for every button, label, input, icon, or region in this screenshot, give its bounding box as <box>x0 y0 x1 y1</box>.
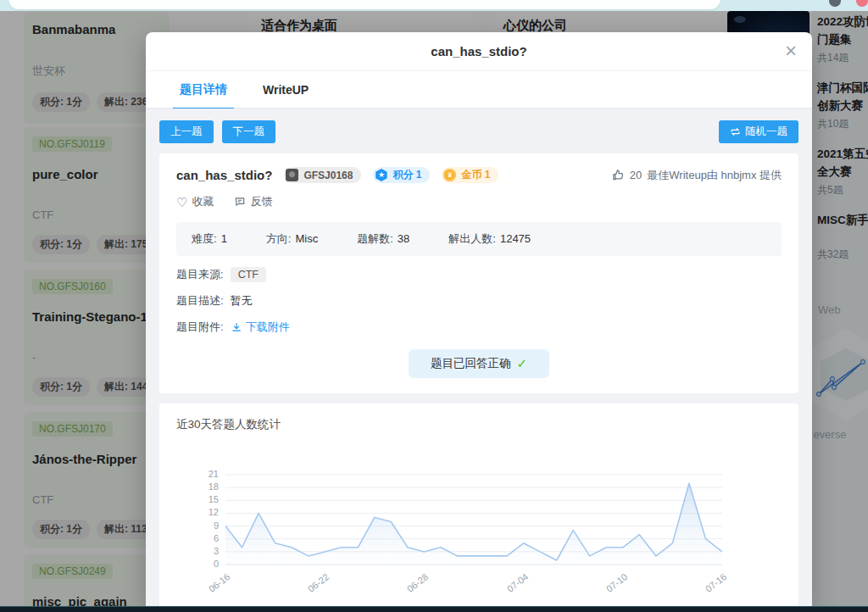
stat-solvers: 解出人数:12475 <box>448 231 531 247</box>
modal-content: 上一题 下一题 随机一题 can_has_stdio? GFSJ0168 <box>146 108 812 612</box>
likes-count: 20 <box>630 169 642 181</box>
feedback-bubble-icon <box>234 196 246 208</box>
chart-title: 近30天答题人数统计 <box>176 417 782 432</box>
challenge-detail-card: can_has_stdio? GFSJ0168 积分 1 金币 1 <box>159 153 798 393</box>
y-axis-tick: 0 <box>183 559 219 569</box>
next-question-button[interactable]: 下一题 <box>222 120 276 143</box>
y-axis-tick: 18 <box>183 481 219 492</box>
coin-icon <box>443 169 456 181</box>
browser-avatar-icon[interactable] <box>856 0 868 7</box>
description-row: 题目描述: 暂无 <box>176 293 782 309</box>
x-axis-tick: 06-28 <box>395 571 431 603</box>
challenge-actions-row: ♡ 收藏 反馈 <box>176 194 782 209</box>
feedback-button[interactable]: 反馈 <box>234 194 272 209</box>
y-axis-tick: 21 <box>183 469 219 479</box>
download-attachment-link[interactable]: 下载附件 <box>231 320 290 335</box>
source-label: 题目来源: <box>176 267 224 282</box>
x-axis-tick: 07-16 <box>693 571 728 603</box>
challenge-name: can_has_stdio? <box>176 168 272 182</box>
x-axis-tick: 07-10 <box>593 571 629 603</box>
challenge-header-row: can_has_stdio? GFSJ0168 积分 1 金币 1 <box>176 167 782 183</box>
description-label: 题目描述: <box>176 293 224 309</box>
prev-question-button[interactable]: 上一题 <box>159 120 214 143</box>
favorite-button[interactable]: ♡ 收藏 <box>176 194 214 209</box>
description-value: 暂无 <box>231 293 253 309</box>
screen: Banmabanma 世安杯 积分: 1分解出: 236 NO.GFSJ0119… <box>0 0 868 612</box>
attachment-label: 题目附件: <box>176 320 224 335</box>
score-badge: 积分 1 <box>373 167 430 183</box>
close-icon[interactable]: × <box>785 39 797 63</box>
question-nav-row: 上一题 下一题 随机一题 <box>159 120 798 143</box>
stat-writeups: 题解数:38 <box>357 231 409 247</box>
tab-writeup[interactable]: WriteUP <box>263 71 309 108</box>
browser-extension-icon[interactable] <box>829 0 841 7</box>
stat-difficulty: 难度:1 <box>192 231 227 247</box>
modal-tab-bar: 题目详情 WriteUP <box>146 71 812 108</box>
bottom-bar <box>0 606 868 612</box>
browser-topbar <box>0 0 868 11</box>
y-axis-tick: 15 <box>183 494 219 504</box>
emblem-icon <box>286 169 298 181</box>
heart-icon: ♡ <box>176 197 187 208</box>
attachment-row: 题目附件: 下载附件 <box>176 320 782 335</box>
y-axis-tick: 3 <box>183 546 219 556</box>
thumbs-up-icon[interactable] <box>612 169 625 181</box>
challenge-stats-bar: 难度:1 方向:Misc 题解数:38 解出人数:12475 <box>176 222 782 256</box>
y-axis-tick: 12 <box>183 507 219 517</box>
solved-banner: 题目已回答正确 ✓ <box>409 349 549 378</box>
shuffle-icon <box>730 126 741 137</box>
tab-challenge-detail[interactable]: 题目详情 <box>180 71 227 108</box>
stat-category: 方向:Misc <box>266 231 318 247</box>
x-axis-tick: 06-16 <box>196 571 231 603</box>
best-writeup-note: 最佳Writeup由 hnbjmx 提供 <box>647 168 782 183</box>
check-icon: ✓ <box>516 356 527 371</box>
address-bar[interactable] <box>8 0 721 9</box>
y-axis-tick: 6 <box>183 533 219 543</box>
writeup-info: 20 最佳Writeup由 hnbjmx 提供 <box>612 168 782 183</box>
x-axis-tick: 07-04 <box>494 571 530 603</box>
statistics-card: 近30天答题人数统计 03691215182106-1606-2206-2807… <box>159 403 798 612</box>
modal-title: can_has_stdio? <box>146 32 812 71</box>
score-star-icon <box>375 169 387 181</box>
random-question-button[interactable]: 随机一题 <box>719 120 798 143</box>
source-tag: CTF <box>231 267 266 282</box>
download-icon <box>231 321 242 333</box>
challenge-id-badge: GFSJ0168 <box>284 167 361 183</box>
x-axis-tick: 06-22 <box>296 571 331 603</box>
challenge-modal: can_has_stdio? × 题目详情 WriteUP 上一题 下一题 随机… <box>146 32 812 612</box>
solved-banner-wrap: 题目已回答正确 ✓ <box>176 349 782 378</box>
coin-badge: 金币 1 <box>442 167 498 183</box>
modal-header: can_has_stdio? × <box>146 32 812 71</box>
chart-box: 03691215182106-1606-2206-2807-0407-1007-… <box>176 436 782 612</box>
source-row: 题目来源: CTF <box>176 267 782 282</box>
y-axis-tick: 9 <box>183 520 219 531</box>
